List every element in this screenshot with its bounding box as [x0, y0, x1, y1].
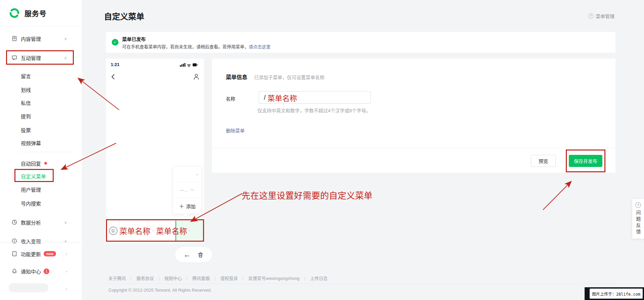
chevron-right-icon: › — [66, 269, 67, 274]
menu-name-annotation: 菜单名称 ·· 菜单名称 · — [119, 226, 190, 236]
save-publish-button[interactable]: 保存并发布 — [569, 155, 602, 167]
coin-icon: ¥ — [11, 238, 17, 244]
menu-manage-label: 菜单管理 — [596, 13, 614, 19]
sidebar-item-content-mgmt[interactable]: 内容管理 ∨ — [0, 33, 82, 45]
watermark-text: 图片上传于：28life.com — [590, 289, 643, 299]
banner-title: 菜单已发布 — [122, 36, 146, 42]
name-label: 名称 — [226, 95, 235, 102]
chevron-up-icon: ∧ — [64, 239, 67, 244]
chevron-up-icon: ∧ — [64, 55, 67, 60]
menu-manage-link[interactable]: ? 菜单管理 — [588, 13, 614, 19]
menu-name-input[interactable]: 菜单名称 — [259, 91, 371, 104]
footer-link[interactable]: 反馈官号weixingongzhong — [248, 275, 310, 281]
section-title: 菜单信息 — [226, 73, 247, 81]
sidebar-item-underline[interactable]: 划线 — [0, 83, 82, 96]
dot-mark: · — [189, 229, 190, 233]
submenu-item[interactable] — [173, 167, 202, 182]
back-chevron-icon[interactable] — [110, 73, 117, 81]
submenu-item[interactable] — [173, 182, 202, 198]
submenu-add-button[interactable]: ＋ 添加 — [173, 198, 202, 214]
delete-menu-link[interactable]: 删除菜单 — [226, 127, 245, 134]
keyboard-toggle-icon[interactable] — [107, 221, 120, 241]
sidebar: 服务号 内容管理 ∨ 互动管理 ∧ 留言 划线 私信 提到 投票 视频弹幕 自动… — [0, 0, 82, 300]
sidebar-item-private-msg[interactable]: 私信 — [0, 97, 82, 109]
brand-name: 服务号 — [24, 8, 47, 18]
status-icons — [180, 62, 198, 69]
submenu-popup: ＋ 添加 — [172, 166, 202, 214]
delete-trash-button[interactable] — [197, 252, 204, 258]
text-caret — [264, 95, 266, 100]
dot-marks: ·· — [152, 229, 154, 233]
back-arrow-button[interactable]: ← — [184, 251, 191, 259]
check-circle-icon: ✓ — [112, 39, 118, 46]
divider — [0, 242, 82, 243]
book-star-icon: ☆ — [11, 251, 17, 257]
disable-menu-link[interactable]: 请点击这里 — [249, 43, 270, 50]
footer-link[interactable]: 关于腾讯 — [108, 275, 136, 281]
divider — [106, 284, 615, 284]
annotation-tip-text: 先在这里设置好需要的自定义菜单 — [242, 189, 373, 201]
sidebar-item-data-analysis[interactable]: 数据分析 ∨ — [0, 216, 82, 228]
sidebar-item-income[interactable]: ¥ 收入变现 ∧ — [0, 235, 82, 247]
arrow-to-save-button — [543, 182, 571, 210]
document-icon — [11, 36, 17, 42]
footer-link[interactable]: 规则中心 — [164, 275, 192, 281]
sidebar-item-messages[interactable]: 留言 — [0, 70, 82, 82]
chevron-right-icon: › — [66, 286, 67, 291]
footer-links: 关于腾讯 服务协议 规则中心 腾讯客服 侵权投诉 反馈官号weixingongz… — [108, 275, 328, 281]
banner-description: 可在手机查看菜单内容，若尚未生效，请稍后查看。若停用菜单， 请点击这里 — [122, 43, 270, 50]
clock-icon — [11, 219, 17, 225]
menu-edit-toolbar: ← — [175, 247, 212, 262]
battery-icon — [193, 63, 198, 66]
plus-icon: ＋ — [179, 202, 184, 209]
person-icon[interactable] — [193, 73, 200, 82]
chat-bubble-icon — [11, 55, 17, 61]
question-icon: ? — [635, 202, 641, 208]
red-dot-badge — [44, 162, 47, 165]
menu-name-text: 菜单名称 — [119, 225, 150, 236]
divider — [19, 152, 71, 152]
footer-link[interactable]: 上传日志 — [310, 275, 328, 281]
sidebar-item-notify-center[interactable]: 通知中心 1 › — [0, 265, 82, 277]
sidebar-item-account[interactable]: › — [0, 283, 82, 295]
new-badge: new — [44, 251, 56, 256]
add-label: 添加 — [186, 203, 196, 209]
footer-link[interactable]: 侵权投诉 — [220, 275, 248, 281]
page-title: 自定义菜单 — [104, 10, 144, 22]
censored-text — [197, 174, 198, 175]
svg-text:☆: ☆ — [13, 253, 15, 255]
divider — [0, 26, 82, 26]
sidebar-item-account-search[interactable]: 号内搜索 — [0, 197, 82, 209]
sidebar-item-label: 互动管理 — [21, 54, 41, 61]
chevron-right-icon: › — [66, 251, 67, 256]
footer-link[interactable]: 腾讯客服 — [192, 275, 220, 281]
menu-name-text: 菜单名称 — [156, 225, 187, 236]
footer-link[interactable]: 服务协议 — [136, 275, 164, 281]
sidebar-item-custom-menu[interactable]: 自定义菜单 — [0, 170, 82, 182]
chevron-down-icon: ∨ — [64, 36, 67, 41]
count-badge: 1 — [44, 268, 49, 274]
input-helper-text: 仅支持中英文和数字，字数不超过4个汉字或8个字母。 — [257, 107, 371, 114]
sidebar-item-interact-mgmt[interactable]: 互动管理 ∧ — [0, 52, 82, 64]
brand: 服务号 — [9, 7, 47, 19]
signal-icon — [180, 63, 186, 67]
menu-name-value: 菜单名称 — [267, 92, 297, 103]
censored-text — [180, 187, 195, 193]
feedback-label: 问题反馈 — [635, 210, 642, 236]
banner-desc-text: 可在手机查看菜单内容，若尚未生效，请稍后查看。若停用菜单， — [122, 43, 249, 50]
sidebar-item-votes[interactable]: 投票 — [0, 124, 82, 136]
sidebar-item-feature-update[interactable]: ☆ 功能更新 new › — [0, 248, 82, 260]
preview-button[interactable]: 预览 — [531, 155, 556, 167]
sidebar-item-user-mgmt[interactable]: 用户管理 — [0, 183, 82, 195]
divider — [212, 148, 615, 148]
wifi-icon — [188, 64, 191, 67]
chevron-down-icon: ∨ — [64, 220, 67, 225]
sidebar-item-video-danmu[interactable]: 视频弹幕 — [0, 137, 82, 149]
bell-icon — [11, 268, 17, 274]
sidebar-item-mentions[interactable]: 提到 — [0, 110, 82, 122]
feedback-widget[interactable]: ? 问题反馈 — [632, 199, 644, 239]
wechat-logo-icon — [9, 7, 20, 19]
phone-preview — [106, 59, 204, 243]
section-hint: 已添加子菜单，仅可设置菜单名称 — [254, 74, 325, 80]
sidebar-item-auto-reply[interactable]: 自动回复 — [0, 157, 82, 169]
